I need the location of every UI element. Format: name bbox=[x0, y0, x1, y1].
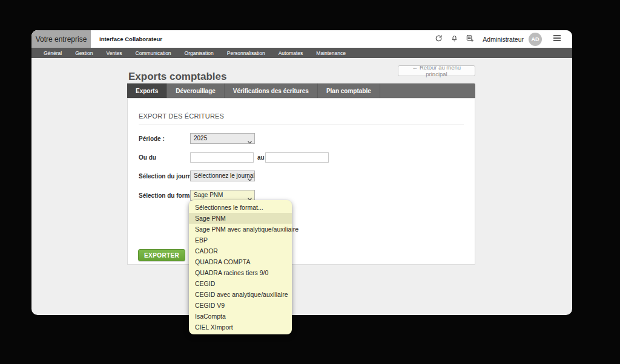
notifications-button[interactable] bbox=[446, 33, 462, 46]
tab[interactable]: Vérifications des écritures bbox=[225, 83, 318, 98]
tab-label: Vérifications des écritures bbox=[233, 88, 309, 94]
periode-select-value: 2025 bbox=[194, 135, 207, 141]
new-note-button[interactable] bbox=[462, 33, 478, 46]
top-bar: Votre entreprise Interface Collaborateur bbox=[31, 30, 572, 48]
sync-icon bbox=[435, 34, 443, 44]
tab-label: Plan comptable bbox=[326, 88, 371, 94]
user-name: Administrateur bbox=[483, 36, 524, 43]
date-from-input[interactable] bbox=[190, 152, 254, 163]
dropdown-option[interactable]: QUADRA racines tiers 9/0 bbox=[189, 267, 292, 278]
dropdown-option[interactable]: Sage PNM avec analytique/auxiliaire bbox=[189, 224, 292, 235]
back-to-main-menu-button[interactable]: ← Retour au menu principal bbox=[398, 65, 475, 76]
nav-item[interactable]: Ventes bbox=[100, 48, 129, 58]
tab[interactable]: Déverouillage bbox=[167, 83, 225, 98]
format-dropdown: Sélectionnes le format...Sage PNMSage PN… bbox=[189, 200, 292, 334]
main-nav: GénéralGestionVentesCommunicationOrganis… bbox=[31, 48, 572, 58]
dropdown-option[interactable]: CEGID V9 bbox=[189, 300, 292, 311]
date-to-input[interactable] bbox=[265, 152, 329, 163]
range-label: Ou du bbox=[139, 154, 156, 161]
menu-button[interactable] bbox=[549, 33, 565, 46]
sync-button[interactable] bbox=[430, 33, 446, 46]
nav-item[interactable]: Communication bbox=[129, 48, 178, 58]
divider bbox=[139, 125, 464, 125]
topbar-actions: Administrateur AD bbox=[430, 33, 572, 46]
nav-item[interactable]: Général bbox=[37, 48, 68, 58]
hamburger-icon bbox=[553, 34, 561, 44]
au-label: au bbox=[257, 154, 265, 161]
export-button[interactable]: EXPORTER bbox=[138, 249, 185, 261]
avatar[interactable]: AD bbox=[529, 33, 542, 46]
chevron-down-icon bbox=[248, 175, 252, 181]
note-add-icon bbox=[466, 34, 474, 44]
periode-label: Période : bbox=[139, 135, 165, 142]
page-title: Exports comptables bbox=[128, 71, 227, 83]
company-name: Votre entreprise bbox=[36, 35, 87, 44]
app-name: Interface Collaborateur bbox=[99, 36, 162, 42]
tab[interactable]: Exports bbox=[127, 83, 167, 98]
company-tab[interactable]: Votre entreprise bbox=[31, 30, 91, 48]
dropdown-option[interactable]: CEGID bbox=[189, 278, 292, 289]
dropdown-option[interactable]: CADOR bbox=[189, 245, 292, 256]
export-card: EXPORT DES ÉCRITURES Période : 2025 Ou d… bbox=[127, 98, 475, 265]
dropdown-option[interactable]: Sélectionnes le format... bbox=[189, 202, 292, 213]
tab[interactable]: Plan comptable bbox=[318, 83, 380, 98]
nav-item[interactable]: Automates bbox=[272, 48, 310, 58]
format-select[interactable]: Sage PNM bbox=[190, 190, 255, 201]
dropdown-option[interactable]: IsaCompta bbox=[189, 311, 292, 322]
tab-label: Exports bbox=[136, 88, 158, 94]
dropdown-option[interactable]: QUADRA COMPTA bbox=[189, 256, 292, 267]
tab-bar: ExportsDéverouillageVérifications des éc… bbox=[127, 83, 475, 98]
dropdown-option[interactable]: CEGID avec analytique/auxiliaire bbox=[189, 289, 292, 300]
nav-item[interactable]: Organisation bbox=[178, 48, 220, 58]
format-select-value: Sage PNM bbox=[194, 192, 223, 198]
journal-select-value: Sélectionnez le journal... bbox=[194, 172, 255, 179]
nav-item[interactable]: Maintenance bbox=[309, 48, 352, 58]
avatar-initials: AD bbox=[532, 36, 539, 42]
chevron-down-icon bbox=[248, 137, 252, 144]
dropdown-option[interactable]: CIEL XImport bbox=[189, 322, 292, 333]
periode-select[interactable]: 2025 bbox=[190, 133, 255, 144]
dropdown-option[interactable]: Sage PNM bbox=[189, 213, 292, 224]
dropdown-option[interactable]: EBP bbox=[189, 235, 292, 245]
bell-icon bbox=[450, 34, 458, 44]
nav-item[interactable]: Personnalisation bbox=[220, 48, 272, 58]
nav-item[interactable]: Gestion bbox=[68, 48, 99, 58]
tab-label: Déverouillage bbox=[176, 88, 216, 94]
journal-select[interactable]: Sélectionnez le journal... bbox=[190, 171, 255, 181]
section-title: EXPORT DES ÉCRITURES bbox=[139, 112, 224, 120]
app-window: Votre entreprise Interface Collaborateur bbox=[31, 30, 572, 315]
